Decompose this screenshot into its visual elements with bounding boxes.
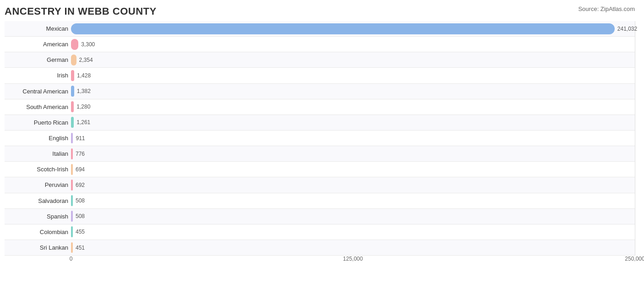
bar-value: 911 — [76, 135, 85, 142]
bar-row: Scotch-Irish694 — [5, 162, 635, 177]
chart-container: ANCESTRY IN WEBB COUNTY Source: ZipAtlas… — [0, 0, 644, 295]
bar-label: Irish — [5, 72, 71, 79]
bar-value: 451 — [76, 245, 85, 251]
bar-track: 776 — [71, 146, 635, 161]
bar-value: 508 — [76, 197, 85, 204]
bar-label: American — [5, 41, 71, 48]
bar-value: 1,428 — [77, 72, 91, 79]
bar-row: American3,300 — [5, 37, 635, 52]
bar-label: English — [5, 135, 71, 142]
bar-row: Irish1,428 — [5, 68, 635, 83]
bar-label: Puerto Rican — [5, 119, 71, 126]
bar-track: 3,300 — [71, 37, 635, 52]
source-label: Source: ZipAtlas.com — [578, 5, 635, 12]
bar-label: Colombian — [5, 229, 71, 235]
x-axis-tick: 0 — [70, 256, 73, 262]
bar-fill: 2,354 — [71, 55, 76, 66]
bar-row: Puerto Rican1,261 — [5, 115, 635, 131]
bar-value: 776 — [76, 151, 85, 157]
bar-value: 241,032 — [617, 26, 637, 32]
chart-area: Mexican241,032American3,300German2,354Ir… — [5, 21, 635, 269]
bar-fill: 776 — [71, 148, 73, 159]
bar-track: 455 — [71, 224, 635, 240]
grid-line — [635, 21, 635, 256]
bar-row: Salvadoran508 — [5, 193, 635, 209]
bar-value: 508 — [76, 213, 85, 219]
bar-track: 1,428 — [71, 68, 635, 83]
bar-fill: 451 — [71, 242, 73, 253]
bar-track: 508 — [71, 209, 635, 224]
bar-label: Salvadoran — [5, 197, 71, 204]
bar-fill: 692 — [71, 180, 73, 191]
bar-track: 241,032 — [71, 21, 635, 36]
bar-track: 1,280 — [71, 99, 635, 115]
bar-fill: 455 — [71, 226, 73, 237]
bar-row: Sri Lankan451 — [5, 240, 635, 256]
bar-label: Italian — [5, 150, 71, 157]
bar-row: English911 — [5, 131, 635, 146]
bar-value: 1,261 — [76, 119, 90, 126]
x-axis: 0125,000250,000 — [71, 256, 635, 269]
bar-fill: 241,032 — [71, 23, 615, 34]
bars-wrapper: Mexican241,032American3,300German2,354Ir… — [5, 21, 635, 256]
bar-value: 3,300 — [81, 41, 95, 48]
x-axis-tick: 125,000 — [343, 256, 363, 262]
bar-row: Central American1,382 — [5, 84, 635, 99]
bar-track: 1,382 — [71, 84, 635, 99]
bar-track: 694 — [71, 162, 635, 177]
bar-value: 1,280 — [76, 104, 90, 110]
bar-track: 2,354 — [71, 52, 635, 67]
bar-fill: 508 — [71, 195, 73, 206]
bar-row: South American1,280 — [5, 99, 635, 115]
bar-row: Colombian455 — [5, 224, 635, 240]
bar-fill: 694 — [71, 164, 73, 175]
bar-label: Central American — [5, 88, 71, 95]
bar-label: German — [5, 56, 71, 63]
bar-track: 692 — [71, 177, 635, 192]
x-axis-tick: 250,000 — [625, 256, 644, 262]
bar-track: 451 — [71, 240, 635, 255]
bar-label: Scotch-Irish — [5, 166, 71, 173]
bar-fill: 1,280 — [71, 101, 74, 112]
bar-row: German2,354 — [5, 52, 635, 68]
bar-track: 508 — [71, 193, 635, 208]
bar-fill: 1,261 — [71, 117, 74, 128]
bar-row: Italian776 — [5, 146, 635, 162]
bar-row: Spanish508 — [5, 209, 635, 224]
bar-label: South American — [5, 104, 71, 110]
bar-fill: 508 — [71, 211, 73, 222]
bar-track: 1,261 — [71, 115, 635, 130]
bar-label: Peruvian — [5, 181, 71, 188]
chart-title: ANCESTRY IN WEBB COUNTY — [5, 5, 635, 17]
bar-value: 694 — [76, 166, 85, 173]
bar-fill: 1,382 — [71, 86, 74, 97]
bar-row: Peruvian692 — [5, 177, 635, 193]
bar-fill: 1,428 — [71, 70, 74, 81]
bar-label: Mexican — [5, 25, 71, 32]
bar-value: 1,382 — [77, 88, 91, 94]
bar-track: 911 — [71, 131, 635, 146]
bar-value: 692 — [76, 182, 85, 188]
bar-value: 455 — [76, 229, 85, 235]
bar-fill: 911 — [71, 133, 73, 144]
bar-fill: 3,300 — [71, 39, 78, 50]
bar-label: Sri Lankan — [5, 244, 71, 251]
bar-label: Spanish — [5, 213, 71, 220]
bar-row: Mexican241,032 — [5, 21, 635, 37]
bar-value: 2,354 — [79, 57, 93, 63]
